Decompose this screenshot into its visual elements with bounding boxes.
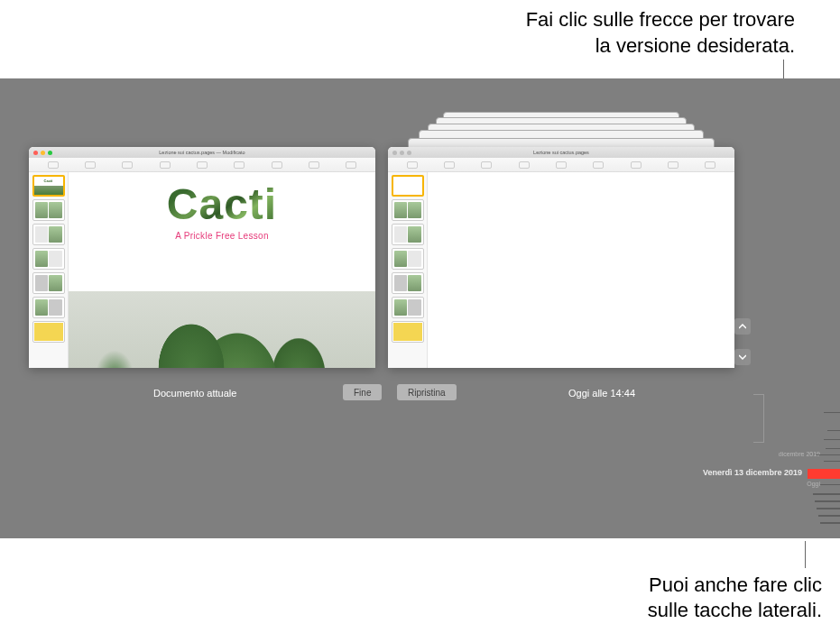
- slide-photo: [69, 291, 375, 368]
- callout-connector-bottom: [805, 541, 806, 568]
- callout-connector-top: [783, 60, 784, 78]
- toolbar-button[interactable]: [593, 161, 604, 169]
- timeline-tick[interactable]: [817, 454, 840, 455]
- timeline-tick[interactable]: [820, 484, 840, 485]
- timeline[interactable]: dicembre 2019 Venerdì 13 dicembre 2019 O…: [750, 412, 840, 538]
- slide-thumb-5[interactable]: [392, 272, 424, 294]
- slide-subtitle: A Prickle Free Lesson: [175, 231, 269, 241]
- titlebar-left: Lezione sui cactus.pages — Modificato: [29, 147, 375, 158]
- toolbar-button[interactable]: [234, 161, 245, 169]
- done-button[interactable]: Fine: [343, 384, 382, 400]
- timeline-tick[interactable]: [824, 461, 840, 462]
- timeline-today-label: Oggi: [807, 481, 820, 487]
- callout-top-line1: Fai clic sulle frecce per trovare: [526, 7, 795, 33]
- window-title-right: Lezione sui cactus.pages: [388, 150, 734, 155]
- slide-thumb-blank[interactable]: [392, 175, 424, 197]
- callout-top-line2: la versione desiderata.: [526, 33, 795, 60]
- chevron-down-icon: [739, 354, 746, 360]
- toolbar-button[interactable]: [309, 161, 319, 169]
- toolbar-button[interactable]: [444, 161, 455, 169]
- toolbar-right: [388, 158, 734, 172]
- window-body-left: Cacti: [29, 172, 375, 368]
- slide-thumb-1[interactable]: Cacti: [32, 175, 65, 197]
- slide-title: Cacti: [167, 179, 277, 229]
- toolbar-button[interactable]: [631, 161, 642, 169]
- restore-button[interactable]: Ripristina: [397, 384, 457, 400]
- toolbar-button[interactable]: [48, 161, 59, 169]
- slide-canvas-right[interactable]: [428, 172, 734, 368]
- done-button-label: Fine: [354, 388, 371, 398]
- timeline-tick[interactable]: [818, 515, 840, 517]
- callout-bottom-line2: sulle tacche laterali.: [648, 598, 822, 624]
- toolbar-button[interactable]: [519, 161, 530, 169]
- timeline-tick[interactable]: [820, 522, 840, 524]
- slide-thumb-2[interactable]: [392, 199, 424, 221]
- toolbar-button[interactable]: [668, 161, 678, 169]
- slide-thumb-4[interactable]: [392, 248, 424, 270]
- toolbar-button[interactable]: [197, 161, 208, 169]
- slide-sidebar-left[interactable]: Cacti: [29, 172, 69, 368]
- version-timestamp-label: Oggi alle 14:44: [568, 388, 635, 399]
- timeline-tick[interactable]: [815, 500, 840, 502]
- toolbar-button[interactable]: [705, 161, 715, 169]
- toolbar-button[interactable]: [407, 161, 418, 169]
- callout-bottom: Puoi anche fare clic sulle tacche latera…: [648, 573, 822, 624]
- toolbar-button[interactable]: [272, 161, 282, 169]
- timeline-tick[interactable]: [824, 439, 840, 440]
- toolbar-left: [29, 158, 375, 172]
- titlebar-right: Lezione sui cactus.pages: [388, 147, 734, 158]
- timeline-current-marker[interactable]: [808, 469, 840, 479]
- slide-thumb-5[interactable]: [32, 272, 65, 294]
- slide-thumb-3[interactable]: [32, 224, 65, 245]
- callout-bottom-line1: Puoi anche fare clic: [648, 573, 822, 599]
- timeline-tick[interactable]: [826, 412, 840, 413]
- slide-thumb-2[interactable]: [32, 199, 65, 221]
- window-title-left: Lezione sui cactus.pages — Modificato: [29, 150, 375, 155]
- slide-thumb-4[interactable]: [32, 248, 65, 270]
- window-body-right: [388, 172, 734, 368]
- version-previous-arrow[interactable]: [734, 318, 751, 335]
- slide-thumb-6[interactable]: [32, 297, 65, 318]
- toolbar-button[interactable]: [481, 161, 492, 169]
- versions-gallery: Lezione sui cactus.pages — Modificato Ca…: [0, 78, 840, 538]
- slide-thumb-7[interactable]: [392, 321, 424, 343]
- timeline-selected-label: Venerdì 13 dicembre 2019: [703, 468, 802, 477]
- slide-canvas-left[interactable]: Cacti A Prickle Free Lesson: [69, 172, 375, 368]
- timeline-tick[interactable]: [817, 508, 840, 509]
- timeline-tick[interactable]: [826, 448, 840, 449]
- version-next-arrow[interactable]: [734, 349, 751, 365]
- timeline-tick[interactable]: [813, 493, 840, 495]
- toolbar-button[interactable]: [122, 161, 133, 169]
- slide-thumb-6[interactable]: [392, 297, 424, 318]
- current-document-window[interactable]: Lezione sui cactus.pages — Modificato Ca…: [29, 147, 375, 368]
- previous-version-window[interactable]: Lezione sui cactus.pages: [388, 147, 734, 368]
- restore-button-label: Ripristina: [408, 388, 446, 398]
- timeline-month-label: dicembre 2019: [779, 451, 820, 457]
- toolbar-button[interactable]: [160, 161, 171, 169]
- toolbar-button[interactable]: [85, 161, 96, 169]
- slide-thumb-3[interactable]: [392, 224, 424, 245]
- slide-thumb-7[interactable]: [32, 321, 65, 343]
- toolbar-button[interactable]: [556, 161, 567, 169]
- toolbar-button[interactable]: [346, 161, 356, 169]
- slide-sidebar-right[interactable]: [388, 172, 428, 368]
- current-document-label: Documento attuale: [153, 388, 236, 399]
- callout-top: Fai clic sulle frecce per trovare la ver…: [526, 7, 795, 59]
- chevron-up-icon: [739, 324, 746, 329]
- timeline-tick[interactable]: [827, 430, 840, 431]
